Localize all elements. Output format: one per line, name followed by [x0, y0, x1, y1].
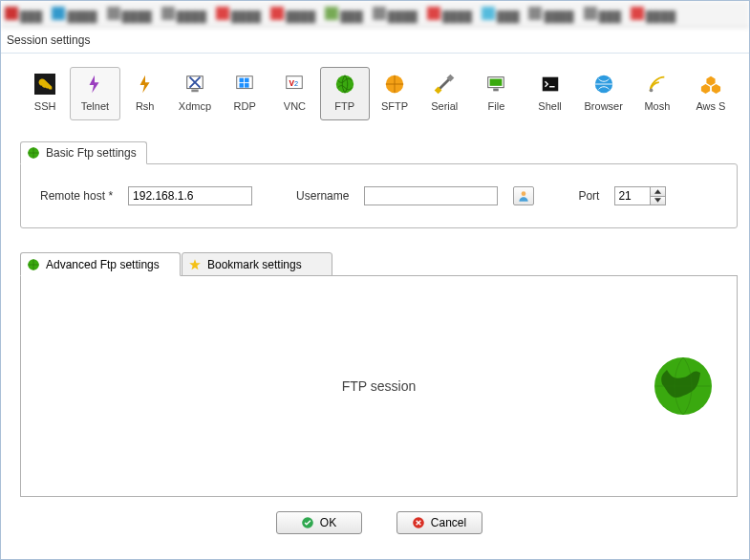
- port-down-button[interactable]: [651, 197, 665, 205]
- svg-rect-3: [191, 90, 198, 93]
- svg-point-12: [336, 75, 354, 93]
- globe-icon: [334, 74, 355, 95]
- globe-icon: [593, 74, 614, 95]
- protocol-label: SSH: [34, 100, 56, 112]
- svg-rect-19: [542, 77, 558, 92]
- user-picker-button[interactable]: [513, 186, 534, 205]
- basic-settings-panel: Remote host Username Port: [20, 163, 738, 228]
- subtab-label: Bookmark settings: [207, 258, 302, 271]
- svg-rect-8: [245, 83, 249, 88]
- cable-icon: [434, 74, 455, 95]
- protocol-label: Telnet: [81, 100, 109, 112]
- svg-rect-7: [240, 83, 245, 88]
- chevron-down-icon: [654, 198, 661, 203]
- satellite-icon: [647, 74, 668, 95]
- window-title: Session settings: [1, 28, 749, 54]
- monitor-icon: [485, 74, 506, 95]
- protocol-label: Browser: [585, 100, 623, 112]
- protocol-serial[interactable]: Serial: [419, 67, 469, 120]
- protocol-shell[interactable]: Shell: [524, 67, 577, 120]
- tab-advanced-ftp-settings[interactable]: Advanced Ftp settings: [20, 252, 181, 276]
- protocol-label: Serial: [431, 100, 458, 112]
- protocol-ftp[interactable]: FTP: [320, 67, 370, 120]
- protocol-rdp[interactable]: RDP: [220, 67, 269, 120]
- protocol-label: Shell: [538, 100, 561, 112]
- button-label: Cancel: [431, 516, 466, 529]
- remote-host-input[interactable]: [128, 186, 252, 205]
- key-icon: [34, 74, 55, 95]
- protocol-telnet[interactable]: Telnet: [70, 67, 119, 120]
- protocol-label: File: [488, 100, 505, 112]
- svg-rect-17: [490, 79, 503, 86]
- terminal-icon: [540, 74, 561, 95]
- close-circle-icon: [412, 516, 425, 529]
- protocol-label: Aws S: [696, 100, 725, 112]
- check-circle-icon: [301, 516, 314, 529]
- x11-icon: [184, 74, 205, 95]
- protocol-xdmcp[interactable]: Xdmcp: [170, 67, 220, 120]
- protocol-label: Mosh: [644, 100, 670, 112]
- tab-basic-ftp-settings[interactable]: Basic Ftp settings: [20, 141, 147, 164]
- remote-host-label: Remote host: [40, 189, 113, 203]
- protocol-label: FTP: [334, 100, 354, 112]
- globe-icon: [384, 74, 405, 95]
- lightning-icon: [84, 74, 105, 95]
- button-label: OK: [320, 516, 336, 529]
- ok-button[interactable]: OK: [276, 511, 362, 534]
- subtab-label: Advanced Ftp settings: [46, 258, 160, 271]
- windows-icon: [234, 74, 255, 95]
- protocol-label: Xdmcp: [179, 100, 211, 112]
- person-icon: [517, 189, 530, 203]
- svg-text:2: 2: [294, 79, 298, 88]
- protocol-label: SFTP: [381, 100, 408, 112]
- protocol-label: Rsh: [136, 100, 155, 112]
- globe-icon: [653, 355, 714, 417]
- svg-point-23: [522, 191, 526, 196]
- protocol-sftp[interactable]: SFTP: [370, 67, 419, 120]
- username-input[interactable]: [364, 186, 498, 205]
- username-label: Username: [296, 189, 349, 203]
- globe-icon: [27, 258, 40, 271]
- lightning-icon: [135, 74, 156, 95]
- cancel-button[interactable]: Cancel: [396, 511, 482, 534]
- protocol-vnc[interactable]: V2 VNC: [269, 67, 319, 120]
- tab-bookmark-settings[interactable]: Bookmark settings: [182, 252, 332, 276]
- svg-point-21: [650, 89, 654, 93]
- svg-rect-5: [240, 78, 245, 83]
- svg-rect-18: [494, 89, 500, 92]
- session-title: FTP session: [342, 378, 417, 394]
- advanced-settings-panel: FTP session: [20, 275, 738, 497]
- protocol-file[interactable]: File: [469, 67, 523, 120]
- chevron-up-icon: [654, 189, 661, 194]
- port-label: Port: [578, 189, 599, 203]
- protocol-browser[interactable]: Browser: [577, 67, 631, 120]
- globe-icon: [27, 146, 40, 160]
- protocol-label: RDP: [234, 100, 256, 112]
- protocol-aws[interactable]: Aws S: [684, 67, 738, 120]
- protocol-label: VNC: [284, 100, 306, 112]
- protocol-rsh[interactable]: Rsh: [120, 67, 170, 120]
- tab-label: Basic Ftp settings: [46, 146, 137, 160]
- browser-bookmarks-bar: ███ ████ ████ ████ ████ ████ ███ ████ ██…: [1, 1, 749, 28]
- protocol-mosh[interactable]: Mosh: [631, 67, 684, 120]
- protocol-ssh[interactable]: SSH: [20, 67, 70, 120]
- cubes-icon: [700, 74, 721, 95]
- port-input[interactable]: [615, 187, 650, 205]
- star-icon: [188, 258, 202, 271]
- protocol-tabs: SSH Telnet Rsh Xdmcp RDP V2 VNC F: [20, 67, 738, 120]
- port-spinner[interactable]: [614, 186, 666, 205]
- vnc-icon: V2: [284, 74, 305, 95]
- svg-rect-6: [245, 78, 249, 83]
- port-up-button[interactable]: [651, 187, 665, 197]
